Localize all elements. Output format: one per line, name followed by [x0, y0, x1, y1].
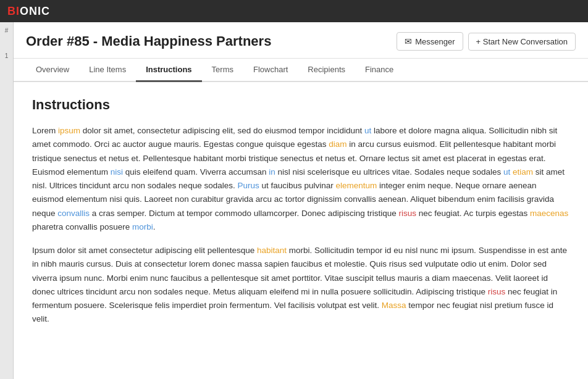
highlight-4: nisi	[111, 167, 123, 177]
messenger-icon: ✉	[405, 36, 412, 46]
logo-bi: BI	[7, 5, 20, 17]
instructions-paragraph-2: Ipsum dolor sit amet consectetur adipisc…	[32, 244, 569, 327]
tab-line-items[interactable]: Line Items	[79, 59, 136, 82]
order-title: Order #85 - Media Happiness Partners	[26, 33, 271, 49]
highlight-p2-1: habitant	[257, 246, 287, 255]
highlight-2: ut	[364, 126, 371, 135]
instructions-paragraph-1: Lorem ipsum dolor sit amet, consectetur …	[32, 124, 569, 234]
instructions-content: Instructions Lorem ipsum dolor sit amet,…	[14, 82, 588, 379]
highlight-13: morbi	[132, 222, 153, 231]
tab-instructions[interactable]: Instructions	[136, 59, 201, 82]
highlight-12: maecenas	[530, 209, 568, 218]
tab-overview[interactable]: Overview	[26, 59, 79, 82]
top-bar: BIONIC	[0, 0, 588, 22]
highlight-5: in	[269, 167, 275, 177]
tab-recipients[interactable]: Recipients	[298, 59, 355, 82]
header-actions: ✉ Messenger + Start New Conversation	[397, 32, 576, 51]
highlight-p2-2: risus	[488, 287, 506, 296]
highlight-6: ut	[503, 167, 510, 177]
highlight-3: diam	[329, 140, 346, 149]
instructions-body: Lorem ipsum dolor sit amet, consectetur …	[32, 124, 569, 327]
messenger-button-label: Messenger	[415, 37, 455, 46]
highlight-1: ipsum	[58, 126, 80, 135]
tabs: Overview Line Items Instructions Terms F…	[14, 59, 588, 82]
highlight-11: risus	[399, 209, 417, 218]
left-sidebar: # 1	[0, 22, 14, 379]
logo: BIONIC	[7, 5, 50, 18]
logo-text: BIONIC	[7, 5, 50, 18]
sidebar-marker-hash: #	[5, 27, 9, 34]
highlight-p2-3: Massa	[382, 301, 406, 310]
instructions-heading: Instructions	[32, 97, 569, 113]
messenger-button[interactable]: ✉ Messenger	[397, 32, 463, 51]
sidebar-marker-1: 1	[5, 52, 9, 59]
new-conversation-button[interactable]: + Start New Conversation	[468, 33, 576, 51]
order-header: Order #85 - Media Happiness Partners ✉ M…	[14, 22, 588, 59]
content-area: Order #85 - Media Happiness Partners ✉ M…	[14, 22, 588, 379]
tab-finance[interactable]: Finance	[355, 59, 403, 82]
highlight-9: elementum	[336, 181, 377, 190]
highlight-8: Purus	[237, 181, 259, 190]
tab-flowchart[interactable]: Flowchart	[243, 59, 298, 82]
highlight-7: etiam	[513, 167, 533, 177]
main-layout: # 1 Order #85 - Media Happiness Partners…	[0, 22, 588, 379]
new-conversation-label: + Start New Conversation	[476, 37, 568, 46]
highlight-10: convallis	[57, 209, 90, 218]
tab-terms[interactable]: Terms	[202, 59, 243, 82]
